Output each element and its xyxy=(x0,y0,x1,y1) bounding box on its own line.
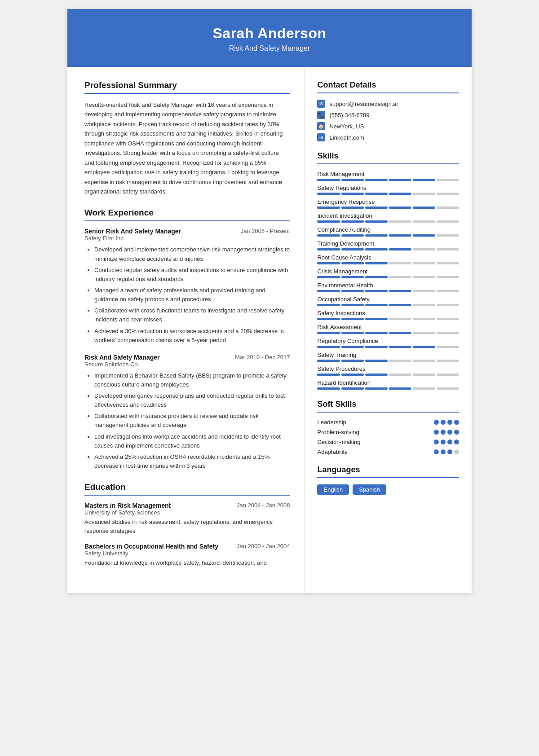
email-icon: ✉ xyxy=(317,100,325,108)
dot-1-2 xyxy=(447,430,452,435)
soft-skill-row-1: Problem-solving xyxy=(317,429,459,435)
edu-block-2: Bachelors in Occupational Health and Saf… xyxy=(84,543,290,567)
skills-section: Skills Risk ManagementSafety Regulations… xyxy=(317,151,459,390)
skill-bar-0 xyxy=(317,179,459,181)
job-header-2: Risk And Safety Manager Mar 2010 - Dec 2… xyxy=(84,354,290,361)
skill-seg-15-4 xyxy=(413,387,435,390)
dot-2-0 xyxy=(434,440,439,444)
skill-bar-8 xyxy=(317,290,459,292)
skill-seg-4-4 xyxy=(413,234,435,237)
skill-seg-9-3 xyxy=(389,304,411,306)
skill-seg-3-1 xyxy=(341,220,364,223)
dot-3-1 xyxy=(441,449,446,454)
candidate-name: Sarah Anderson xyxy=(85,25,454,42)
skill-seg-11-5 xyxy=(437,332,459,334)
skill-name-0: Risk Management xyxy=(317,171,459,177)
skill-seg-11-0 xyxy=(317,332,340,334)
skill-seg-0-0 xyxy=(317,179,340,181)
lang-tag-0: English xyxy=(317,484,349,495)
job-title-2: Risk And Safety Manager xyxy=(84,354,160,361)
skill-name-8: Environmental Health xyxy=(317,282,459,289)
skill-row-10: Safety Inspections xyxy=(317,310,459,320)
skill-seg-5-1 xyxy=(341,248,364,251)
skill-name-7: Crisis Management xyxy=(317,268,459,275)
skill-row-6: Root Cause Analysis xyxy=(317,254,459,264)
bullet-2-3: Collaborated with insurance providers to… xyxy=(94,412,290,430)
skill-seg-13-2 xyxy=(365,360,388,362)
skill-seg-0-2 xyxy=(365,179,388,181)
dot-2-3 xyxy=(454,440,459,444)
skill-seg-9-2 xyxy=(365,304,388,306)
skill-row-8: Environmental Health xyxy=(317,282,459,292)
skill-seg-7-0 xyxy=(317,276,340,278)
skill-row-4: Compliance Auditing xyxy=(317,226,459,237)
skill-bar-5 xyxy=(317,248,459,251)
skill-seg-3-4 xyxy=(413,220,435,223)
dot-0-1 xyxy=(441,420,446,425)
edu-header-1: Masters in Risk Management Jan 2004 - Ja… xyxy=(84,502,290,509)
skill-name-2: Emergency Response xyxy=(317,198,459,205)
skill-seg-1-0 xyxy=(317,193,340,195)
bullet-1-4: Collaborated with cross-functional teams… xyxy=(94,306,290,324)
skill-name-4: Compliance Auditing xyxy=(317,226,459,233)
skill-row-15: Hazard Identification xyxy=(317,379,459,390)
skill-seg-1-1 xyxy=(341,193,364,195)
skill-seg-8-3 xyxy=(389,290,411,292)
skill-name-12: Regulatory Compliance xyxy=(317,338,459,344)
soft-skill-name-2: Decision-making xyxy=(317,439,360,445)
skill-name-14: Safety Procedures xyxy=(317,365,459,372)
soft-skills-underline xyxy=(317,412,459,413)
soft-skill-name-3: Adaptability xyxy=(317,448,347,455)
bullet-2-1: Implemented a Behavior-Based Safety (BBS… xyxy=(94,371,290,389)
languages-title: Languages xyxy=(317,465,459,475)
skill-row-9: Occupational Safety xyxy=(317,296,459,306)
skill-name-10: Safety Inspections xyxy=(317,310,459,316)
skill-seg-12-1 xyxy=(341,346,364,348)
skill-seg-11-1 xyxy=(341,332,364,334)
skill-seg-6-2 xyxy=(365,262,388,264)
skill-seg-2-4 xyxy=(413,207,435,209)
soft-skill-row-2: Decision-making xyxy=(317,439,459,445)
skill-seg-2-1 xyxy=(341,207,364,209)
contact-section: Contact Details ✉ support@resumedesign.a… xyxy=(317,80,459,141)
skill-seg-3-2 xyxy=(365,220,388,223)
skill-seg-8-5 xyxy=(437,290,459,292)
edu-degree-1: Masters in Risk Management xyxy=(84,502,171,509)
skill-seg-15-1 xyxy=(341,387,364,390)
skill-seg-11-4 xyxy=(413,332,435,334)
skill-seg-9-0 xyxy=(317,304,340,306)
skill-row-14: Safety Procedures xyxy=(317,365,459,376)
skill-seg-10-2 xyxy=(365,318,388,320)
job-company-1: Safety First Inc. xyxy=(84,235,290,242)
skill-seg-5-3 xyxy=(389,248,411,251)
skill-seg-7-4 xyxy=(413,276,435,278)
skill-seg-5-5 xyxy=(437,248,459,251)
bullet-1-1: Developed and implemented comprehensive … xyxy=(94,245,290,263)
job-block-1: Senior Risk And Safety Manager Jan 2005 … xyxy=(84,228,290,344)
soft-skills-title: Soft Skills xyxy=(317,400,459,409)
skill-seg-1-3 xyxy=(389,193,411,195)
soft-skill-dots-0 xyxy=(434,420,459,425)
job-date-2: Mar 2010 - Dec 2017 xyxy=(235,354,290,360)
bullet-2-4: Led investigations into workplace accide… xyxy=(94,432,290,450)
skill-seg-15-5 xyxy=(437,387,459,390)
skill-bar-1 xyxy=(317,193,459,195)
contact-phone: (555) 345-6789 xyxy=(329,112,369,119)
edu-degree-2: Bachelors in Occupational Health and Saf… xyxy=(84,543,218,550)
skill-seg-12-2 xyxy=(365,346,388,348)
skill-seg-12-0 xyxy=(317,346,340,348)
skill-seg-10-5 xyxy=(437,318,459,320)
experience-section: Work Experience Senior Risk And Safety M… xyxy=(84,208,290,470)
skill-seg-14-4 xyxy=(413,374,435,376)
skill-seg-12-3 xyxy=(389,346,411,348)
bullet-2-2: Developed emergency response plans and c… xyxy=(94,391,290,409)
candidate-title: Risk And Safety Manager xyxy=(85,44,454,53)
edu-desc-2: Foundational knowledge in workplace safe… xyxy=(84,558,290,567)
edu-school-1: University of Safety Sciences xyxy=(84,509,290,516)
skill-bar-6 xyxy=(317,262,459,264)
skill-name-1: Safety Regulations xyxy=(317,185,459,191)
skill-bar-2 xyxy=(317,207,459,209)
education-underline xyxy=(84,495,290,496)
skill-seg-13-1 xyxy=(341,360,364,362)
resume-container: Sarah Anderson Risk And Safety Manager P… xyxy=(67,9,472,593)
